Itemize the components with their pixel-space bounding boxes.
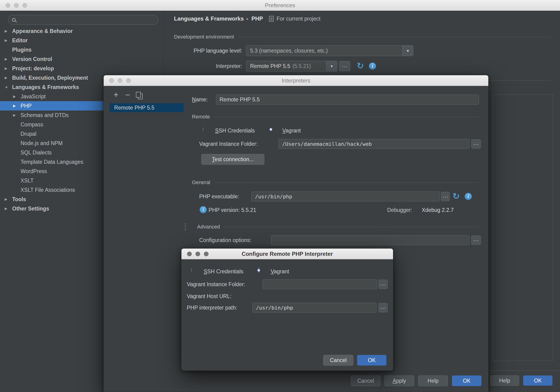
sidebar-item-version-control[interactable]: ▶Version Control: [0, 54, 163, 64]
ssh-credentials-label[interactable]: SSH Credentials: [215, 128, 255, 134]
remove-interpreter-icon[interactable]: −: [125, 91, 130, 99]
main-ok-button[interactable]: OK: [523, 375, 552, 386]
vagrant-folder-browse-button[interactable]: …: [379, 280, 388, 289]
chevron-right-icon[interactable]: ▶: [5, 76, 12, 80]
dev-env-section-label: Development environment: [174, 34, 234, 40]
window-title: Preferences: [265, 2, 295, 9]
vagrant-radio[interactable]: [259, 268, 259, 272]
close-button[interactable]: [187, 251, 192, 256]
chevron-right-icon[interactable]: ▶: [5, 207, 12, 211]
chevron-right-icon[interactable]: ▶: [13, 113, 20, 117]
breadcrumb-separator-icon: ▸: [247, 16, 249, 21]
chevron-right-icon[interactable]: ▶: [5, 38, 12, 42]
breadcrumb-section[interactable]: Languages & Frameworks: [174, 15, 244, 22]
vagrant-folder-browse-button[interactable]: …: [471, 139, 481, 149]
main-help-button[interactable]: Help: [490, 375, 519, 386]
chevron-right-icon[interactable]: ▶: [13, 94, 20, 99]
chevron-right-icon[interactable]: ▶: [5, 29, 12, 33]
name-input[interactable]: Remote PHP 5.5: [216, 95, 479, 105]
configure-ok-button[interactable]: OK: [357, 355, 387, 366]
main-traffic-lights: [6, 3, 27, 8]
advanced-section-header: Advanced: [197, 224, 479, 230]
sidebar-item-label: XSLT File Associations: [20, 187, 75, 193]
interpreter-info-icon[interactable]: i: [369, 63, 376, 70]
minimize-button[interactable]: [14, 3, 19, 8]
interpreters-cancel-button[interactable]: Cancel: [351, 375, 380, 386]
ssh-credentials-radio[interactable]: [191, 268, 192, 272]
test-connection-button[interactable]: Test connection...: [201, 154, 264, 165]
chevron-down-icon[interactable]: ▼: [402, 46, 413, 56]
sidebar-item-label: XSLT: [20, 178, 34, 184]
remote-section-line: [214, 117, 479, 117]
ssh-credentials-radio[interactable]: [203, 127, 203, 131]
sidebar-item-label: Template Data Languages: [20, 159, 83, 165]
sidebar-item-label: Other Settings: [12, 206, 49, 212]
php-version-info-icon[interactable]: i: [200, 206, 207, 213]
advanced-section-line: [224, 227, 479, 227]
php-executable-input[interactable]: /usr/bin/php: [251, 191, 440, 201]
ellipsis-icon: …: [442, 192, 448, 199]
configure-traffic-lights: [187, 251, 209, 256]
minimize-button[interactable]: [118, 78, 122, 83]
language-level-label: PHP language level:: [174, 45, 242, 56]
close-button[interactable]: [109, 78, 114, 83]
close-button[interactable]: [6, 3, 10, 8]
interpreters-apply-button[interactable]: Apply: [384, 375, 414, 386]
sidebar-item-editor[interactable]: ▶Editor: [0, 36, 163, 45]
interpreter-list-item[interactable]: Remote PHP 5.5: [110, 103, 184, 112]
interpreters-ok-button[interactable]: OK: [452, 375, 481, 386]
php-executable-browse-button[interactable]: …: [441, 192, 450, 201]
language-level-select[interactable]: 5.3 (namespaces, closures, etc.) ▼: [246, 45, 413, 56]
php-executable-info-icon[interactable]: i: [465, 193, 472, 200]
chevron-right-icon[interactable]: ▶: [5, 57, 12, 61]
ssh-credentials-label[interactable]: SSH Credentials: [204, 268, 243, 275]
minimize-button[interactable]: [195, 251, 200, 256]
interpreters-traffic-lights: [109, 78, 131, 83]
dev-env-section-line: [238, 37, 551, 37]
advanced-section-label: Advanced: [197, 224, 220, 230]
vagrant-radio[interactable]: [271, 127, 271, 131]
interpreter-browse-button[interactable]: …: [339, 61, 350, 71]
chevron-down-icon[interactable]: ▼: [326, 61, 337, 71]
search-icon: [12, 18, 16, 22]
vagrant-folder-input[interactable]: /Users/danemacmillan/hack/web: [279, 139, 470, 149]
vagrant-folder-input[interactable]: [263, 279, 377, 289]
breadcrumb: Languages & Frameworks ▸ PHP For current…: [174, 14, 320, 24]
interpreters-help-button[interactable]: Help: [418, 375, 448, 386]
config-options-input[interactable]: [271, 235, 470, 245]
add-interpreter-icon[interactable]: +: [113, 91, 118, 99]
drag-handle-icon[interactable]: [184, 223, 186, 231]
config-options-browse-button[interactable]: …: [471, 235, 481, 245]
chevron-down-icon[interactable]: ▼: [5, 85, 12, 89]
configure-dialog-title: Configure Remote PHP Interpreter: [242, 251, 333, 257]
php-interpreter-path-browse-button[interactable]: …: [379, 303, 388, 312]
sidebar-item-label: Project: develop: [12, 65, 54, 72]
sidebar-item-label: Plugins: [12, 47, 31, 53]
general-section-line: [214, 182, 479, 183]
reload-php-info-icon[interactable]: ↻: [453, 192, 460, 201]
interpreter-select[interactable]: Remote PHP 5.5 (5.5.21) ▼: [246, 61, 337, 71]
search-input[interactable]: [16, 17, 158, 23]
vagrant-host-url-label: Vagrant Host URL:: [187, 292, 231, 300]
vagrant-label[interactable]: Vagrant: [282, 128, 301, 134]
chevron-right-icon[interactable]: ▶: [5, 197, 12, 201]
php-version-text: PHP version: 5.5.21: [209, 207, 256, 213]
sidebar-item-appearance-behavior[interactable]: ▶Appearance & Behavior: [0, 26, 163, 36]
sidebar-item-plugins[interactable]: Plugins: [0, 45, 163, 54]
debugger-label: Debugger:: [387, 207, 412, 213]
language-level-value: 5.3 (namespaces, closures, etc.): [246, 46, 402, 56]
sidebar-item-project-develop[interactable]: ▶Project: develop: [0, 64, 163, 73]
zoom-button[interactable]: [126, 78, 131, 83]
search-box[interactable]: [8, 15, 158, 25]
chevron-right-icon[interactable]: ▶: [5, 66, 12, 70]
configure-cancel-button[interactable]: Cancel: [323, 355, 353, 366]
reload-interpreters-icon[interactable]: ↻: [357, 62, 364, 70]
chevron-right-icon[interactable]: ▶: [13, 104, 20, 108]
interpreter-version: (5.5.21): [292, 63, 311, 69]
remote-section-label: Remote: [192, 114, 210, 120]
php-interpreter-path-input[interactable]: /usr/bin/php: [252, 303, 376, 312]
zoom-button[interactable]: [204, 251, 209, 256]
zoom-button[interactable]: [22, 3, 27, 8]
vagrant-label[interactable]: Vagrant: [271, 268, 289, 275]
sidebar-item-label: Languages & Frameworks: [12, 84, 79, 90]
